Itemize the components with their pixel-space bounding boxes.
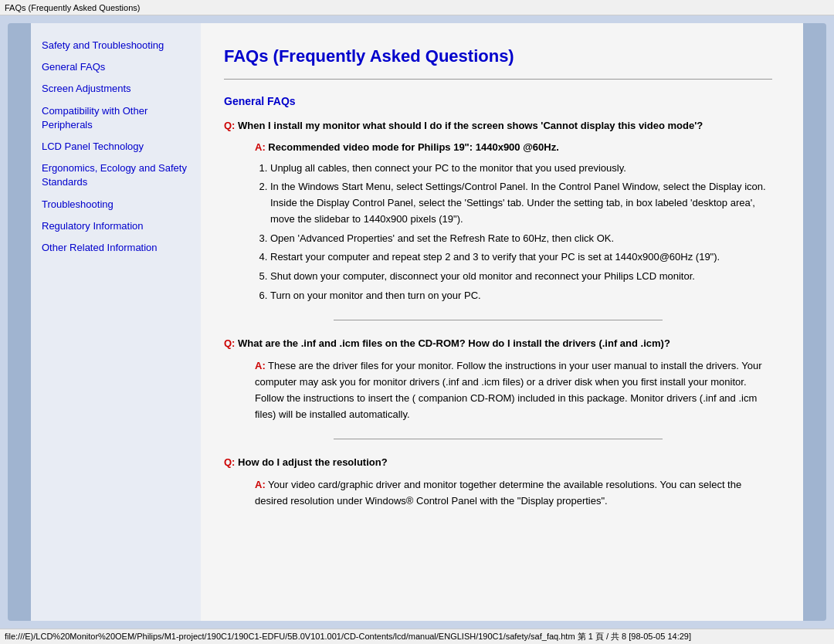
main-wrapper: Safety and TroubleshootingGeneral FAQsSc… [0, 15, 834, 629]
a1-step-item: Shut down your computer, disconnect your… [270, 269, 772, 285]
sidebar-link-screen-adjustments[interactable]: Screen Adjustments [42, 82, 193, 96]
divider-1 [334, 320, 663, 320]
a1-steps-list: Unplug all cables, then connect your PC … [270, 161, 772, 304]
question-3: Q: How do I adjust the resolution? [224, 455, 772, 470]
title-bar: FAQs (Frequently Asked Questions) [0, 0, 834, 15]
page-title: FAQs (Frequently Asked Questions) [224, 46, 772, 66]
section-heading: General FAQs [224, 95, 772, 107]
a1-step-item: Restart your computer and repeat step 2 … [270, 249, 772, 266]
question-2: Q: What are the .inf and .icm files on t… [224, 336, 772, 351]
a1-step-item: Unplug all cables, then connect your PC … [270, 161, 772, 177]
title-divider [224, 79, 772, 80]
q1-label: Q: [224, 120, 235, 131]
answer-3: A: Your video card/graphic driver and mo… [224, 477, 772, 510]
sidebar-link-safety[interactable]: Safety and Troubleshooting [42, 39, 193, 53]
a3-text: A: Your video card/graphic driver and mo… [255, 477, 772, 510]
a2-text: A: These are the driver files for your m… [255, 358, 772, 422]
a1-rec: A: Recommended video mode for Philips 19… [255, 141, 772, 153]
answer-1: A: Recommended video mode for Philips 19… [224, 141, 772, 304]
a1-label: A: [255, 141, 266, 153]
sidebar-link-regulatory[interactable]: Regulatory Information [42, 219, 193, 233]
q2-label: Q: [224, 337, 235, 349]
content-area: FAQs (Frequently Asked Questions) Genera… [201, 23, 803, 621]
answer-2: A: These are the driver files for your m… [224, 358, 772, 422]
sidebar-link-general-faqs[interactable]: General FAQs [42, 60, 193, 74]
sidebar-link-troubleshooting[interactable]: Troubleshooting [42, 198, 193, 212]
left-stripe [8, 23, 31, 621]
a1-rec-content: Recommended video mode for Philips 19": … [268, 141, 558, 153]
question-1: Q: When I install my monitor what should… [224, 118, 772, 134]
a3-label: A: [255, 479, 266, 490]
q1-question: When I install my monitor what should I … [238, 120, 703, 131]
a1-step-item: Open 'Advanced Properties' and set the R… [270, 231, 772, 247]
status-bar: file:///E)/LCD%20Monitor%20OEM/Philips/M… [0, 629, 834, 644]
title-bar-text: FAQs (Frequently Asked Questions) [5, 3, 140, 12]
q3-question: How do I adjust the resolution? [238, 456, 388, 468]
sidebar-link-other-related[interactable]: Other Related Information [42, 241, 193, 255]
q2-question: What are the .inf and .icm files on the … [238, 337, 670, 349]
a3-body: Your video card/graphic driver and monit… [255, 479, 741, 507]
a2-body: These are the driver files for your moni… [255, 360, 762, 419]
sidebar: Safety and TroubleshootingGeneral FAQsSc… [31, 23, 201, 621]
sidebar-link-ergonomics[interactable]: Ergonomics, Ecology and Safety Standards [42, 161, 193, 189]
q3-label: Q: [224, 456, 235, 468]
a1-step-item: In the Windows Start Menu, select Settin… [270, 179, 772, 227]
sidebar-link-compatibility[interactable]: Compatibility with Other Peripherals [42, 104, 193, 132]
sidebar-link-lcd-panel[interactable]: LCD Panel Technology [42, 140, 193, 154]
a2-label: A: [255, 360, 266, 371]
divider-2 [334, 439, 663, 439]
a1-step-item: Turn on your monitor and then turn on yo… [270, 288, 772, 304]
status-bar-text: file:///E)/LCD%20Monitor%20OEM/Philips/M… [5, 631, 691, 642]
right-stripe [803, 23, 826, 621]
